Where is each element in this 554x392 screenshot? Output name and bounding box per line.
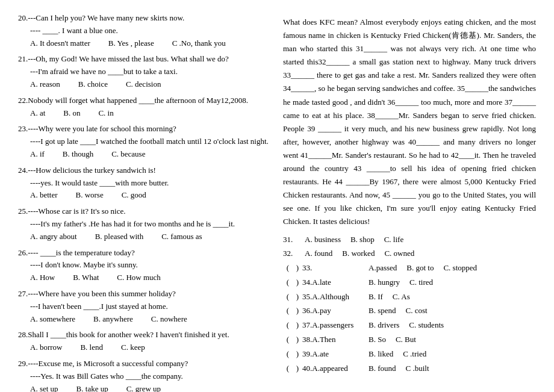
option: B. liked: [369, 348, 393, 361]
answer-row: ()35.A.AlthoughB. IfC. As: [283, 291, 536, 303]
question-block: 27.----Where have you been this summer h…: [18, 288, 271, 325]
option: C. students: [409, 319, 444, 332]
question-block: 20.---Can I help you? We have many new s…: [18, 12, 271, 49]
option: C .built: [406, 362, 429, 375]
option: B. pleased with: [95, 231, 144, 243]
option: B. lend: [80, 341, 103, 354]
paren-left: (: [283, 305, 293, 317]
option: A.passed: [369, 262, 397, 275]
answer-row: ()34.A.lateB. hungryC. tired: [283, 276, 536, 289]
option: B. What: [73, 272, 99, 284]
question-text: 29.----Excuse me, is Microsoft a success…: [18, 358, 271, 370]
question-block: 26.---- ____is the temperature today?---…: [18, 247, 271, 284]
question-text: 26.---- ____is the temperature today?: [18, 247, 271, 260]
answer-row: ()38.A.ThenB. SoC. But: [283, 334, 536, 346]
option: C. grew up: [126, 383, 161, 392]
sub-text: ----yes. It would taste ____with more bu…: [18, 177, 271, 190]
paren-right: ): [293, 334, 302, 346]
sub-text: ----Yes. It was Bill Gates who ____the c…: [18, 370, 271, 383]
option: C. owned: [384, 247, 414, 260]
options-row: A. atB. onC. in: [18, 107, 271, 120]
question-text: 21.---Oh, my God! We have missed the las…: [18, 53, 271, 66]
paren-right: ): [293, 262, 302, 275]
option: B. shop: [350, 234, 375, 246]
answer-num: 33.: [302, 262, 369, 275]
option: C. famous as: [161, 231, 202, 243]
answer-opts: B. likedC .tried: [369, 348, 426, 361]
passage-text: What does KFC mean? Almost everybody enj…: [283, 16, 536, 229]
option: A. reason: [30, 78, 60, 91]
answer-row: ()39.A.ateB. likedC .tried: [283, 348, 536, 361]
option: B. take up: [76, 383, 108, 392]
options-row: A. set upB. take upC. grew up: [18, 383, 271, 392]
answer-num: 37.A.passengers: [302, 319, 369, 332]
option: B. Yes , please: [108, 37, 154, 50]
answer-num: 32.: [283, 247, 305, 260]
question-block: 25.----Whose car is it? It's so nice.---…: [18, 205, 271, 243]
answer-row: 32.A. foundB. workedC. owned: [283, 247, 536, 260]
sub-text: ----I got up late ____I watched the foot…: [18, 135, 271, 148]
option: B. worse: [75, 189, 103, 202]
answer-num: 35.A.Although: [302, 291, 369, 303]
question-block: 23.----Why were you late for school this…: [18, 123, 271, 160]
option: B. though: [63, 148, 93, 161]
options-row: A. angry aboutB. pleased withC. famous a…: [18, 231, 271, 243]
option: A. How: [30, 272, 55, 284]
sub-text: ----I don't know. Maybe it's sunny.: [18, 259, 271, 272]
option: B. drivers: [369, 319, 399, 332]
options-row: A. It doesn't matterB. Yes , pleaseC .No…: [18, 37, 271, 50]
options-row: A. HowB. WhatC. How much: [18, 272, 271, 284]
paren-left: (: [283, 348, 293, 361]
option: A. at: [30, 107, 45, 120]
paren-left: (: [283, 291, 293, 303]
option: B. anywhere: [93, 313, 133, 326]
option: A. business: [305, 234, 341, 246]
paren-right: ): [293, 348, 302, 361]
option: A. borrow: [30, 341, 62, 354]
question-block: 28.Shall I ____this book for another wee…: [18, 329, 271, 354]
option: B. spend: [369, 305, 396, 317]
paren-right: ): [293, 291, 302, 303]
question-text: 23.----Why were you late for school this…: [18, 123, 271, 135]
answer-opts: A. foundB. workedC. owned: [305, 247, 414, 260]
option: C .No, thank you: [172, 37, 226, 50]
option: C. in: [98, 107, 113, 120]
answer-num: 38.A.Then: [302, 334, 369, 346]
paren-left: (: [283, 334, 293, 346]
paren-right: ): [293, 305, 302, 317]
question-text: 24.---How delicious the turkey sandwich …: [18, 164, 271, 177]
options-row: A. borrowB. lendC. keep: [18, 341, 271, 354]
question-text: 27.----Where have you been this summer h…: [18, 288, 271, 300]
answer-row: ()40.A.appearedB. foundC .built: [283, 362, 536, 375]
options-row: A. betterB. worseC. good: [18, 189, 271, 202]
option: C. life: [384, 234, 404, 246]
option: C. decision: [126, 78, 161, 91]
paren-left: (: [283, 362, 293, 375]
options-row: A. reasonB. choiceC. decision: [18, 78, 271, 91]
answer-row: ()36.A.payB. spendC. cost: [283, 305, 536, 317]
paren-left: (: [283, 262, 293, 275]
answer-num: 36.A.pay: [302, 305, 369, 317]
option: C. tired: [409, 276, 433, 289]
options-row: A. somewhereB. anywhereC. nowhere: [18, 313, 271, 326]
question-block: 22.Nobody will forget what happened ____…: [18, 95, 271, 120]
sub-text: ---- ____. I want a blue one.: [18, 25, 271, 37]
question-block: 21.---Oh, my God! We have missed the las…: [18, 53, 271, 90]
option: C. stopped: [443, 262, 477, 275]
option: C. cost: [406, 305, 428, 317]
answer-num: 39.A.ate: [302, 348, 369, 361]
sub-text: ---I haven't been ____.I just stayed at …: [18, 300, 271, 313]
option: C. As: [393, 291, 410, 303]
question-text: 28.Shall I ____this book for another wee…: [18, 329, 271, 341]
answer-opts: B. foundC .built: [369, 362, 429, 375]
answer-opts: B. hungryC. tired: [369, 276, 433, 289]
sub-text: ----It's my father's .He has had it for …: [18, 218, 271, 231]
left-column: 20.---Can I help you? We have many new s…: [18, 12, 271, 392]
question-text: 20.---Can I help you? We have many new s…: [18, 12, 271, 25]
question-text: 22.Nobody will forget what happened ____…: [18, 95, 271, 107]
option: C. keep: [121, 341, 145, 354]
answer-row: 31.A. businessB. shopC. life: [283, 234, 536, 246]
answer-grid: 31.A. businessB. shopC. life32.A. foundB…: [283, 234, 536, 375]
option: C. How much: [117, 272, 161, 284]
answer-opts: B. IfC. As: [369, 291, 410, 303]
